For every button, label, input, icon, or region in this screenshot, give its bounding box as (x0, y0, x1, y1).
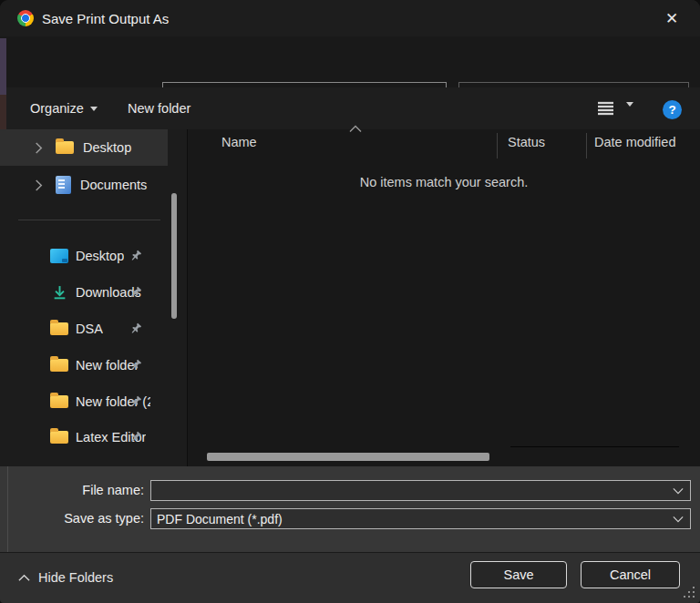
sidebar-item-downloads[interactable]: Downloads (0, 274, 168, 311)
organize-label: Organize (30, 101, 84, 116)
file-name-input[interactable] (151, 484, 673, 498)
column-divider[interactable] (497, 133, 498, 158)
save-as-type-label: Save as type: (0, 508, 144, 529)
sidebar-item-new-folder[interactable]: New folder (0, 347, 168, 383)
pin-icon (129, 250, 142, 262)
pin-icon (129, 395, 142, 408)
horizontal-scrollbar[interactable] (207, 453, 489, 461)
chrome-icon (17, 10, 34, 26)
monitor-icon (50, 249, 68, 263)
save-button[interactable]: Save (470, 561, 567, 588)
sidebar-item-partial[interactable] (0, 455, 168, 466)
help-icon[interactable]: ? (663, 100, 682, 119)
pin-icon (129, 431, 142, 444)
folder-icon (50, 322, 68, 335)
sidebar-item-dsa[interactable]: DSA (0, 311, 168, 347)
folder-icon (56, 141, 74, 154)
organize-caret-icon (90, 107, 98, 111)
details-view-icon[interactable] (595, 98, 616, 118)
folder-icon (50, 359, 68, 372)
underlying-window-edge (0, 95, 6, 129)
pin-icon (129, 359, 142, 372)
file-name-label: File name: (0, 480, 144, 501)
sidebar-item-latex-editor[interactable]: Latex Editor (0, 419, 168, 455)
content-area: Desktop Documents Desktop (0, 129, 700, 466)
pin-icon (129, 286, 142, 299)
chevron-down-icon[interactable] (673, 516, 684, 523)
sidebar-scrollbar[interactable] (171, 193, 177, 319)
hide-folders-label: Hide Folders (38, 570, 113, 585)
sidebar-item-label: Desktop (83, 140, 131, 155)
sort-ascending-icon[interactable] (349, 125, 362, 133)
hide-folders-button[interactable]: Hide Folders (18, 552, 113, 603)
nav-toolbar: ← → ↑ « Des... › New fo... (0, 36, 700, 87)
sidebar-item-desktop-tree[interactable]: Desktop (0, 129, 168, 166)
empty-list-message: No items match your search. (188, 175, 700, 189)
window-title: Save Print Output As (42, 0, 169, 36)
chevron-right-icon[interactable] (35, 142, 43, 154)
save-as-type-value: PDF Document (*.pdf) (151, 512, 673, 526)
download-icon (50, 285, 68, 301)
view-options-caret-icon[interactable] (626, 107, 633, 123)
file-name-panel: File name: Save as type: PDF Document (*… (0, 466, 700, 552)
folder-icon (50, 431, 68, 444)
chevron-down-icon[interactable] (673, 487, 684, 495)
column-header-status[interactable]: Status (508, 135, 545, 149)
close-icon[interactable]: ✕ (653, 0, 691, 36)
sidebar-separator (18, 220, 160, 220)
new-folder-button[interactable]: New folder (128, 87, 190, 129)
underlying-window-edge (0, 38, 6, 95)
save-as-type-select[interactable]: PDF Document (*.pdf) (150, 508, 691, 529)
sidebar-item-label: DSA (76, 322, 103, 336)
cancel-button[interactable]: Cancel (581, 561, 680, 588)
column-divider[interactable] (586, 133, 587, 158)
sidebar-item-new-folder-2[interactable]: New folder (2 (0, 383, 168, 420)
save-dialog: Save Print Output As ✕ ← → ↑ « Des... › … (0, 0, 700, 603)
column-header-name[interactable]: Name (221, 135, 257, 149)
title-bar: Save Print Output As ✕ (0, 0, 700, 36)
sidebar: Desktop Documents Desktop (0, 129, 187, 466)
file-name-combobox[interactable] (150, 480, 691, 501)
caret-up-icon (18, 574, 30, 582)
column-header-date-modified[interactable]: Date modified (594, 135, 675, 149)
resize-grip[interactable] (683, 587, 695, 599)
sidebar-item-label: Desktop (76, 249, 124, 263)
sidebar-item-label: Documents (80, 178, 147, 192)
organize-button[interactable]: Organize (30, 87, 98, 129)
chevron-right-icon[interactable] (35, 179, 43, 191)
document-icon (56, 176, 71, 194)
list-footer-line (510, 446, 679, 447)
file-list: Name Status Date modified No items match… (188, 129, 700, 466)
folder-icon (50, 395, 68, 408)
sidebar-item-desktop[interactable]: Desktop (0, 238, 168, 274)
sidebar-item-documents-tree[interactable]: Documents (0, 167, 168, 203)
pin-icon (129, 322, 142, 335)
